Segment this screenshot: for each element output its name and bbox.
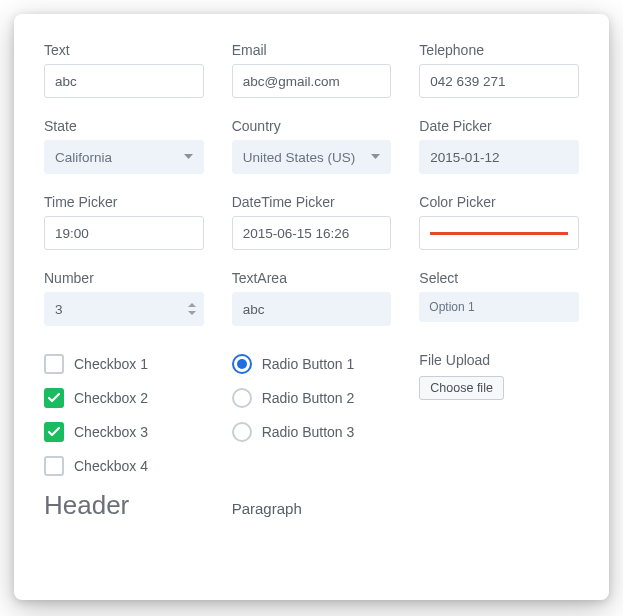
time-picker-input[interactable] — [44, 216, 204, 250]
checkbox-1[interactable]: Checkbox 1 — [44, 354, 204, 374]
footer-header: Header — [44, 490, 204, 521]
checkbox-label: Checkbox 1 — [74, 356, 148, 372]
radio-circle — [232, 388, 252, 408]
radio-group: Radio Button 1 Radio Button 2 Radio Butt… — [232, 352, 392, 476]
radio-label: Radio Button 3 — [262, 424, 355, 440]
label-date-picker: Date Picker — [419, 118, 579, 134]
radio-label: Radio Button 2 — [262, 390, 355, 406]
label-textarea: TextArea — [232, 270, 392, 286]
country-value: United States (US) — [243, 150, 356, 165]
caret-down-icon — [371, 154, 380, 160]
checkbox-4[interactable]: Checkbox 4 — [44, 456, 204, 476]
field-datetime: DateTime Picker — [232, 194, 392, 250]
country-select[interactable]: United States (US) — [232, 140, 392, 174]
header-text: Header — [44, 490, 129, 520]
choose-file-button[interactable]: Choose file — [419, 376, 504, 400]
radio-circle — [232, 354, 252, 374]
field-color: Color Picker — [419, 194, 579, 250]
label-text: Text — [44, 42, 204, 58]
checkbox-label: Checkbox 2 — [74, 390, 148, 406]
row-1: Text Email Telephone — [44, 42, 579, 98]
field-text: Text — [44, 42, 204, 98]
datetime-input[interactable] — [232, 216, 392, 250]
label-time-picker: Time Picker — [44, 194, 204, 210]
field-date-picker: Date Picker — [419, 118, 579, 174]
checkbox-2[interactable]: Checkbox 2 — [44, 388, 204, 408]
text-input[interactable] — [44, 64, 204, 98]
form-card: Text Email Telephone State California Co… — [14, 14, 609, 600]
row-3: Time Picker DateTime Picker Color Picker — [44, 194, 579, 250]
checkbox-group: Checkbox 1 Checkbox 2 Checkbox 3 Checkbo… — [44, 352, 204, 476]
label-telephone: Telephone — [419, 42, 579, 58]
row-2: State California Country United States (… — [44, 118, 579, 174]
field-select: Select Option 1 — [419, 270, 579, 326]
field-number: Number — [44, 270, 204, 326]
field-state: State California — [44, 118, 204, 174]
select-input[interactable]: Option 1 — [419, 292, 579, 322]
state-value: California — [55, 150, 112, 165]
number-input[interactable] — [44, 292, 204, 326]
color-swatch — [430, 232, 568, 235]
state-select[interactable]: California — [44, 140, 204, 174]
checkbox-box — [44, 388, 64, 408]
checkbox-box — [44, 354, 64, 374]
select-value: Option 1 — [429, 300, 474, 314]
field-textarea: TextArea — [232, 270, 392, 326]
row-5: Checkbox 1 Checkbox 2 Checkbox 3 Checkbo… — [44, 352, 579, 476]
checkbox-box — [44, 422, 64, 442]
checkbox-box — [44, 456, 64, 476]
label-state: State — [44, 118, 204, 134]
field-telephone: Telephone — [419, 42, 579, 98]
field-time-picker: Time Picker — [44, 194, 204, 250]
textarea-input[interactable] — [232, 292, 392, 326]
label-datetime: DateTime Picker — [232, 194, 392, 210]
radio-2[interactable]: Radio Button 2 — [232, 388, 392, 408]
label-number: Number — [44, 270, 204, 286]
label-email: Email — [232, 42, 392, 58]
paragraph-text: Paragraph — [232, 500, 302, 517]
checkbox-label: Checkbox 4 — [74, 458, 148, 474]
label-country: Country — [232, 118, 392, 134]
email-input[interactable] — [232, 64, 392, 98]
radio-1[interactable]: Radio Button 1 — [232, 354, 392, 374]
telephone-input[interactable] — [419, 64, 579, 98]
date-picker-input[interactable] — [419, 140, 579, 174]
radio-3[interactable]: Radio Button 3 — [232, 422, 392, 442]
radio-label: Radio Button 1 — [262, 356, 355, 372]
row-footer: Header Paragraph — [44, 490, 579, 521]
checkbox-3[interactable]: Checkbox 3 — [44, 422, 204, 442]
checkbox-label: Checkbox 3 — [74, 424, 148, 440]
field-country: Country United States (US) — [232, 118, 392, 174]
label-select: Select — [419, 270, 579, 286]
field-email: Email — [232, 42, 392, 98]
caret-down-icon — [184, 154, 193, 160]
row-4: Number TextArea Select Option 1 — [44, 270, 579, 326]
field-file-upload: File Upload Choose file — [419, 352, 579, 476]
label-color: Color Picker — [419, 194, 579, 210]
number-stepper-icon[interactable] — [188, 302, 196, 316]
label-file-upload: File Upload — [419, 352, 579, 368]
color-picker-input[interactable] — [419, 216, 579, 250]
radio-circle — [232, 422, 252, 442]
footer-paragraph: Paragraph — [232, 500, 392, 518]
